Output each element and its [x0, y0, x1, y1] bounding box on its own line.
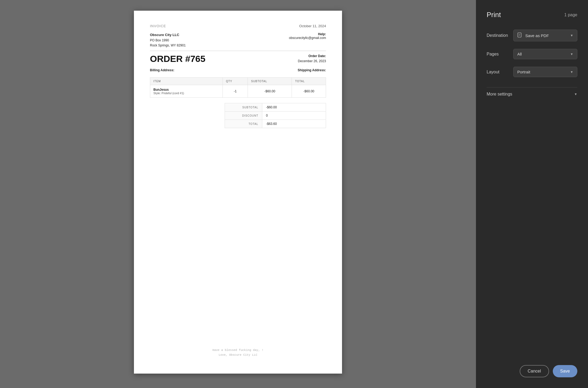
- subtotal-value: -$60.00: [262, 103, 326, 112]
- destination-value: Save as PDF: [525, 33, 549, 38]
- invoice-footer: Have a blessed fucking day, ! Love, Obsc…: [134, 348, 342, 358]
- addresses: Billing Address: Shipping Address:: [150, 68, 326, 72]
- items-table: ITEM QTY SUBTOTAL TOTAL BunJesus Style: …: [150, 77, 326, 98]
- subtotal-label: SUBTOTAL: [225, 103, 262, 112]
- company-address-2: Rock Springs, WY 82901: [150, 43, 186, 48]
- more-settings-row[interactable]: More settings ▼: [487, 87, 577, 101]
- item-total: -$60.00: [292, 85, 326, 98]
- layout-select-content: Portrait: [517, 70, 530, 74]
- pdf-icon: [517, 33, 523, 38]
- print-actions: Cancel Save: [487, 360, 577, 377]
- print-header: Print 1 page: [487, 11, 577, 19]
- help-label: Help:: [318, 32, 326, 36]
- save-button[interactable]: Save: [553, 365, 577, 377]
- order-date-value: December 26, 2023: [298, 59, 326, 64]
- order-number: ORDER #765: [150, 54, 205, 64]
- item-qty: -1: [223, 85, 248, 98]
- print-title: Print: [487, 11, 501, 19]
- total-value: -$63.60: [262, 120, 326, 128]
- pages-chevron-icon: ▼: [570, 52, 573, 56]
- footer-line2: Love, Obscure City LLC: [134, 353, 342, 358]
- footer-line1: Have a blessed fucking day, !: [134, 348, 342, 353]
- table-row: BunJesus Style: Prideful (cord #1) -1 -$…: [150, 85, 326, 98]
- item-style: Style: Prideful (cord #1): [153, 92, 219, 95]
- layout-row: Layout Portrait ▼: [487, 67, 577, 77]
- help-email: obscurecityllc@gmail.com: [289, 36, 326, 40]
- order-section: ORDER #765 Order Date: December 26, 2023: [150, 54, 326, 64]
- pages-select[interactable]: All ▼: [513, 49, 577, 59]
- item-name: BunJesus: [153, 88, 219, 92]
- order-date-block: Order Date: December 26, 2023: [298, 54, 326, 64]
- col-item: ITEM: [150, 78, 223, 85]
- pages-row: Pages All ▼: [487, 49, 577, 59]
- destination-select[interactable]: Save as PDF ▼: [513, 30, 577, 41]
- pages-value: All: [517, 52, 522, 56]
- total-label: TOTAL: [225, 120, 262, 128]
- destination-row: Destination Save as PDF ▼: [487, 30, 577, 41]
- invoice-date: October 11, 2024: [299, 24, 326, 28]
- destination-chevron-icon: ▼: [570, 34, 573, 37]
- order-date-label: Order Date:: [298, 54, 326, 59]
- company-name: Obscure City LLC: [150, 32, 186, 38]
- discount-value: 0: [262, 112, 326, 120]
- destination-label: Destination: [487, 33, 508, 38]
- invoice-title: INVOICE: [150, 24, 166, 28]
- destination-select-content: Save as PDF: [517, 33, 549, 38]
- layout-chevron-icon: ▼: [570, 70, 573, 74]
- col-qty: QTY: [223, 78, 248, 85]
- summary-table: SUBTOTAL -$60.00 DISCOUNT 0 TOTAL -$63.6…: [225, 103, 326, 128]
- help-block: Help: obscurecityllc@gmail.com: [289, 32, 326, 48]
- page-count: 1 page: [564, 13, 577, 17]
- company-info: Obscure City LLC PO Box 1990 Rock Spring…: [150, 32, 186, 48]
- col-total: TOTAL: [292, 78, 326, 85]
- print-panel: Print 1 page Destination Save as PDF ▼ P…: [476, 0, 588, 388]
- preview-area: INVOICE October 11, 2024 Obscure City LL…: [0, 0, 476, 388]
- item-subtotal: -$60.00: [248, 85, 292, 98]
- more-settings-chevron-icon: ▼: [574, 92, 577, 96]
- pages-select-content: All: [517, 52, 522, 56]
- divider-1: [150, 51, 326, 51]
- invoice-header: INVOICE October 11, 2024: [150, 24, 326, 28]
- company-address-1: PO Box 1990: [150, 38, 186, 43]
- col-subtotal: SUBTOTAL: [248, 78, 292, 85]
- billing-address-label: Billing Address:: [150, 68, 174, 72]
- layout-label: Layout: [487, 70, 499, 74]
- shipping-address-label: Shipping Address:: [298, 68, 326, 72]
- cancel-button[interactable]: Cancel: [520, 365, 549, 377]
- more-settings-label: More settings: [487, 92, 512, 97]
- layout-value: Portrait: [517, 70, 530, 74]
- invoice-paper: INVOICE October 11, 2024 Obscure City LL…: [134, 11, 342, 374]
- company-row: Obscure City LLC PO Box 1990 Rock Spring…: [150, 32, 326, 48]
- pages-label: Pages: [487, 52, 499, 57]
- layout-select[interactable]: Portrait ▼: [513, 67, 577, 77]
- discount-label: DISCOUNT: [225, 112, 262, 120]
